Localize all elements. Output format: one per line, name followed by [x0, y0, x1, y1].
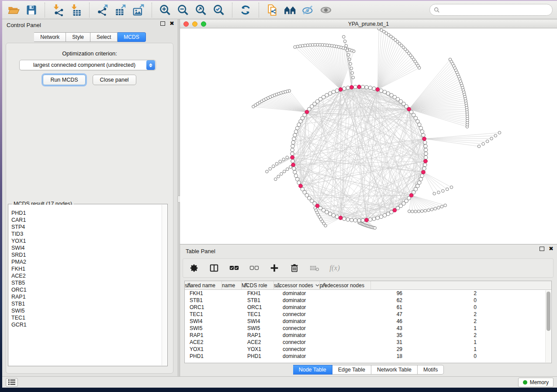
table-row[interactable]: FKH1 FKH1 dominator 96 2: [185, 290, 551, 297]
cell-name[interactable]: SWI4: [242, 318, 278, 324]
cell-predecessor-nodes[interactable]: 2: [408, 290, 482, 296]
cell-shared-name[interactable]: STB1: [185, 297, 242, 303]
cell-successor-nodes[interactable]: 29: [343, 346, 408, 352]
table-row[interactable]: STB1 STB1 dominator 62 0: [185, 297, 551, 304]
cell-mcds-role[interactable]: connector: [278, 339, 343, 345]
cell-predecessor-nodes[interactable]: 1: [408, 325, 482, 331]
cell-successor-nodes[interactable]: 61: [343, 304, 408, 310]
cell-successor-nodes[interactable]: 35: [343, 332, 408, 338]
zoom-selected-button[interactable]: [212, 3, 226, 17]
cell-shared-name[interactable]: ACE2: [185, 339, 242, 345]
zoom-fit-button[interactable]: [194, 3, 208, 17]
create-column-button[interactable]: [269, 262, 280, 274]
cell-successor-nodes[interactable]: 18: [343, 353, 408, 359]
mcds-result-item[interactable]: SRD1: [11, 251, 162, 258]
cell-shared-name[interactable]: TEC1: [185, 311, 242, 317]
close-window-traffic-light[interactable]: [183, 21, 189, 27]
mcds-result-item[interactable]: PHD1: [11, 210, 162, 217]
memory-button[interactable]: Memory: [518, 378, 554, 387]
column-header[interactable]: predecessor nodes: [320, 281, 371, 289]
cell-mcds-role[interactable]: connector: [278, 346, 343, 352]
zoom-in-button[interactable]: [158, 3, 172, 17]
table-tab[interactable]: Network Table: [371, 365, 418, 375]
delete-table-button[interactable]: [309, 262, 320, 274]
cell-successor-nodes[interactable]: 43: [343, 325, 408, 331]
cell-successor-nodes[interactable]: 46: [343, 318, 408, 324]
cell-mcds-role[interactable]: dominator: [278, 332, 343, 338]
mcds-result-item[interactable]: ACE2: [11, 272, 162, 279]
cell-predecessor-nodes[interactable]: 0: [408, 297, 482, 303]
export-image-button[interactable]: [131, 3, 145, 17]
mcds-result-item[interactable]: SWI5: [11, 307, 162, 314]
column-header[interactable]: shared name: [185, 281, 222, 289]
cell-predecessor-nodes[interactable]: 0: [408, 304, 482, 310]
table-scrollbar-thumb[interactable]: [547, 292, 550, 331]
cell-name[interactable]: FKH1: [242, 290, 278, 296]
control-panel-tab[interactable]: Style: [66, 32, 90, 42]
mcds-result-item[interactable]: STB5: [11, 279, 162, 286]
mcds-result-item[interactable]: TEC1: [11, 314, 162, 321]
cell-successor-nodes[interactable]: 47: [343, 311, 408, 317]
zoom-out-button[interactable]: [176, 3, 190, 17]
cell-shared-name[interactable]: SWI4: [185, 318, 242, 324]
mcds-result-item[interactable]: STB1: [11, 300, 162, 307]
clone-network-button[interactable]: [265, 3, 279, 17]
cell-mcds-role[interactable]: connector: [278, 311, 343, 317]
cell-name[interactable]: SWI5: [242, 325, 278, 331]
mcds-result-item[interactable]: RAP1: [11, 293, 162, 300]
cell-predecessor-nodes[interactable]: 0: [408, 353, 482, 359]
cell-predecessor-nodes[interactable]: 1: [408, 339, 482, 345]
mcds-result-item[interactable]: STP4: [11, 224, 162, 230]
column-header[interactable]: MCDS role: [242, 281, 274, 289]
table-tab[interactable]: Motifs: [418, 365, 444, 375]
cell-successor-nodes[interactable]: 96: [343, 290, 408, 296]
cell-successor-nodes[interactable]: 62: [343, 297, 408, 303]
cell-shared-name[interactable]: SWI5: [185, 325, 242, 331]
mcds-result-item[interactable]: SWI4: [11, 244, 162, 251]
optimization-criterion-select[interactable]: largest connected component (undirected): [19, 60, 156, 70]
table-tab[interactable]: Node Table: [293, 365, 332, 375]
mcds-result-item[interactable]: YOX1: [11, 237, 162, 244]
mcds-result-item[interactable]: PMA2: [11, 258, 162, 265]
table-row[interactable]: PHD1 PHD1 dominator 18 0: [185, 353, 551, 360]
close-panel-button[interactable]: Close panel: [93, 75, 136, 85]
mcds-result-item[interactable]: TID3: [11, 230, 162, 237]
float-table-panel-icon[interactable]: [540, 247, 544, 251]
export-table-button[interactable]: [114, 3, 128, 17]
export-network-button[interactable]: [96, 3, 110, 17]
cell-shared-name[interactable]: PHD1: [185, 353, 242, 359]
mcds-result-item[interactable]: GCR1: [11, 321, 162, 328]
column-header[interactable]: successor nodes: [274, 281, 320, 289]
table-tab[interactable]: Edge Table: [332, 365, 371, 375]
float-panel-icon[interactable]: [160, 21, 165, 26]
network-canvas[interactable]: [180, 28, 557, 244]
control-panel-tab[interactable]: MCDS: [118, 32, 145, 42]
table-row[interactable]: ACE2 ACE2 connector 31 1: [185, 339, 551, 346]
cell-mcds-role[interactable]: dominator: [278, 353, 343, 359]
table-scrollbar[interactable]: [545, 290, 551, 362]
minimize-window-traffic-light[interactable]: [192, 21, 197, 27]
cell-shared-name[interactable]: RAP1: [185, 332, 242, 338]
cell-mcds-role[interactable]: dominator: [278, 290, 343, 296]
close-panel-icon[interactable]: ✖: [170, 21, 174, 26]
cell-name[interactable]: STB1: [242, 297, 278, 303]
cell-name[interactable]: RAP1: [242, 332, 278, 338]
search-box[interactable]: [429, 4, 553, 16]
show-column-panel-button[interactable]: [208, 262, 220, 274]
run-mcds-button[interactable]: Run MCDS: [43, 75, 85, 85]
task-history-button[interactable]: [6, 378, 18, 387]
cell-name[interactable]: ORC1: [242, 304, 278, 310]
mcds-result-item[interactable]: FKH1: [11, 265, 162, 272]
function-builder-button[interactable]: f(x): [329, 262, 340, 274]
cell-mcds-role[interactable]: dominator: [278, 304, 343, 310]
open-session-button[interactable]: [7, 3, 21, 17]
cell-mcds-role[interactable]: connector: [278, 325, 343, 331]
control-panel-tab[interactable]: Network: [34, 32, 66, 42]
table-row[interactable]: RAP1 RAP1 dominator 35 2: [185, 332, 551, 339]
cell-name[interactable]: PHD1: [242, 353, 278, 359]
select-all-columns-button[interactable]: [228, 262, 240, 274]
control-panel-tab[interactable]: Select: [90, 32, 118, 42]
import-network-button[interactable]: [51, 3, 65, 17]
cell-shared-name[interactable]: ORC1: [185, 304, 242, 310]
cell-shared-name[interactable]: YOX1: [185, 346, 242, 352]
